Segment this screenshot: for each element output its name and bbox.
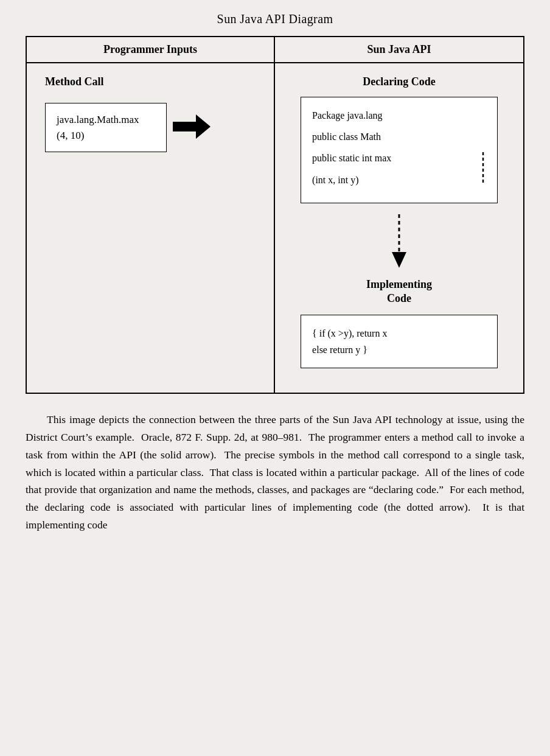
declaring-line3: public static int max bbox=[312, 150, 391, 166]
declaring-code-box: Package java.lang public class Math publ… bbox=[301, 97, 498, 203]
declaring-code-label: Declaring Code bbox=[363, 75, 435, 88]
method-call-label: Method Call bbox=[45, 75, 264, 88]
page-title: Sun Java API Diagram bbox=[24, 12, 526, 26]
right-column: Declaring Code Package java.lang public … bbox=[275, 63, 523, 393]
diagram-body: Method Call java.lang.Math.max (4, 10) bbox=[27, 63, 523, 393]
declaring-line1: Package java.lang bbox=[312, 107, 486, 124]
diagram-header-sun-java-api: Sun Java API bbox=[275, 37, 523, 62]
declaring-box-dotted-line bbox=[480, 152, 486, 184]
diagram-header-programmer-inputs: Programmer Inputs bbox=[27, 37, 275, 62]
implementing-code-section: ImplementingCode { if (x >y), return x e… bbox=[275, 274, 523, 393]
implementing-line2: else return y } bbox=[312, 341, 486, 358]
declaring-line2: public class Math bbox=[312, 128, 486, 145]
svg-marker-3 bbox=[392, 252, 406, 268]
dotted-arrow-svg bbox=[381, 214, 417, 269]
left-column: Method Call java.lang.Math.max (4, 10) bbox=[27, 63, 275, 393]
dotted-arrow-section bbox=[275, 209, 523, 274]
declaring-code-section: Declaring Code Package java.lang public … bbox=[275, 63, 523, 209]
implementing-code-label: ImplementingCode bbox=[366, 278, 432, 306]
body-text: This image depicts the connection betwee… bbox=[26, 411, 524, 534]
implementing-line1: { if (x >y), return x bbox=[312, 325, 486, 341]
solid-arrow bbox=[173, 113, 211, 142]
diagram-header: Programmer Inputs Sun Java API bbox=[27, 37, 523, 63]
declaring-line4: (int x, int y) bbox=[312, 172, 391, 188]
method-call-box: java.lang.Math.max (4, 10) bbox=[45, 103, 167, 152]
diagram-container: Programmer Inputs Sun Java API Method Ca… bbox=[26, 36, 524, 394]
implementing-code-box: { if (x >y), return x else return y } bbox=[301, 315, 498, 368]
svg-marker-0 bbox=[173, 114, 211, 139]
